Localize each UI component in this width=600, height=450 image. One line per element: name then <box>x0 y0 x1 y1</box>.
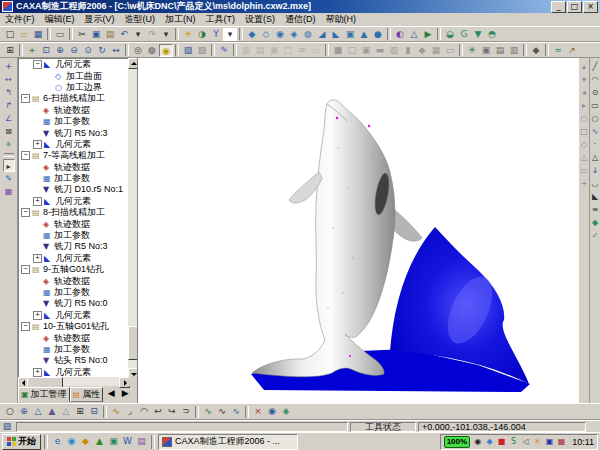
solid-thicken-icon[interactable]: ▮ <box>401 44 415 57</box>
point-tool-icon[interactable]: ○ <box>3 405 17 418</box>
menu-item[interactable]: 帮助(H) <box>321 13 362 26</box>
grid-display-icon[interactable]: ⊠ <box>3 125 15 138</box>
copy-icon[interactable]: ▣ <box>89 28 103 41</box>
trajectory-edit-icon[interactable]: △ <box>407 28 421 41</box>
tree-item[interactable]: −◣几何元素 <box>19 59 128 70</box>
tree-item[interactable]: ◈轨迹数据 <box>19 162 128 173</box>
tree-item[interactable]: −▤10-五轴G01钻孔 <box>19 321 128 332</box>
taskbar-caxa-button[interactable]: CAXA制造工程师2006 - ... <box>158 434 298 450</box>
tree-item[interactable]: ◇加工曲面 <box>19 70 128 81</box>
minimize-button[interactable]: _ <box>551 1 566 13</box>
menu-item[interactable]: 加工(N) <box>160 13 201 26</box>
trajectory-generate-icon[interactable]: ◐ <box>393 28 407 41</box>
properties-panel-icon[interactable]: ▦ <box>3 185 15 198</box>
redo-step-icon[interactable]: ↱ <box>3 99 15 112</box>
antivirus-icon[interactable]: ■ <box>496 436 507 448</box>
extrude-add-icon[interactable]: ◆ <box>245 28 259 41</box>
grid-tool-icon[interactable]: ⊞ <box>73 405 87 418</box>
line-draw-icon[interactable]: ╱ <box>589 60 600 73</box>
menu-item[interactable]: 造型(U) <box>120 13 161 26</box>
tree-item[interactable]: ▦加工参数 <box>19 344 128 355</box>
collapse-toggle[interactable]: − <box>21 208 30 217</box>
pick-filter-icon[interactable]: Y <box>209 28 223 41</box>
panel-tab-machining-manager[interactable]: ▣加工管理 <box>18 387 70 402</box>
expand-toggle[interactable]: + <box>33 140 42 149</box>
tree-item[interactable]: ▦加工参数 <box>19 116 128 127</box>
redo-icon[interactable]: ↷ <box>145 28 159 41</box>
wave-curve-2-icon[interactable]: ∿ <box>215 405 229 418</box>
circle-draw-icon[interactable]: ⊙ <box>589 86 600 99</box>
image-tool-icon[interactable]: ▤ <box>135 435 148 448</box>
tree-item[interactable]: +◣几何元素 <box>19 367 128 377</box>
layer-settings-icon[interactable]: ▨ <box>195 44 209 57</box>
display-wireframe-icon[interactable]: ◎ <box>131 44 145 57</box>
tree-item[interactable]: ▦加工参数 <box>19 230 128 241</box>
update-icon[interactable]: ✳ <box>532 436 543 448</box>
tree-item[interactable]: +◣几何元素 <box>19 139 128 150</box>
zoom-fit-icon[interactable]: ⊙ <box>81 44 95 57</box>
curve-arc-icon[interactable]: ◠ <box>137 405 151 418</box>
volume-icon[interactable]: ◉ <box>472 436 483 448</box>
tab-scroll-right-icon[interactable]: ▶ <box>118 387 132 400</box>
messenger-icon[interactable]: S <box>508 436 519 448</box>
tree-item[interactable]: −▤8-扫描线精加工 <box>19 207 128 218</box>
ellipse-draw-icon[interactable]: ○ <box>589 112 600 125</box>
solid-intersect-icon[interactable]: ▣ <box>359 44 373 57</box>
revolve-icon[interactable]: ◉ <box>273 28 287 41</box>
ortho-mode-icon[interactable]: ↗ <box>565 44 579 57</box>
chamfer-feature-icon[interactable]: ◣ <box>329 28 343 41</box>
tree-item[interactable]: ▼铣刀 R5 No:3 <box>19 241 128 252</box>
curve-fit-icon[interactable]: ◈ <box>279 405 293 418</box>
open-file-icon[interactable]: ▱ <box>17 28 31 41</box>
panel-tab-properties[interactable]: ▤属性 <box>70 387 104 402</box>
grid-snap-icon[interactable]: ≈ <box>551 44 565 57</box>
paste-icon[interactable]: ▤ <box>103 28 117 41</box>
media-player-icon[interactable]: ▲ <box>93 435 106 448</box>
dolphin-wave-model[interactable] <box>138 58 579 403</box>
chamfer-draw-icon[interactable]: ◣ <box>589 190 600 203</box>
maximize-button[interactable]: □ <box>567 1 582 13</box>
polygon-draw-icon[interactable]: △ <box>589 151 600 164</box>
solid-draft-icon[interactable]: ◆ <box>415 44 429 57</box>
zoom-in-icon[interactable]: ⊕ <box>53 44 67 57</box>
sound-icon[interactable]: ◁ <box>520 436 531 448</box>
expand-toggle[interactable]: + <box>33 368 42 377</box>
collapse-toggle[interactable]: − <box>21 94 30 103</box>
solid-mirror-icon[interactable]: ▭ <box>443 44 457 57</box>
cone-tool-icon[interactable]: △ <box>31 405 45 418</box>
collapse-toggle[interactable]: − <box>33 60 42 69</box>
menu-item[interactable]: 工具(T) <box>201 13 241 26</box>
surface-stitch-icon[interactable]: ≡ <box>295 44 309 57</box>
spline-draw-icon[interactable]: ∿ <box>589 125 600 138</box>
solid-subtract-icon[interactable]: □ <box>345 44 359 57</box>
viewport-3d[interactable] <box>137 58 578 403</box>
projection-draw-icon[interactable]: ↓ <box>589 164 600 177</box>
close-button[interactable]: × <box>583 1 598 13</box>
pan-view-icon[interactable]: + <box>25 44 39 57</box>
wave-curve-1-icon[interactable]: ∿ <box>201 405 215 418</box>
spline-curve-icon[interactable]: ∿ <box>109 405 123 418</box>
ie-icon[interactable]: e <box>51 435 64 448</box>
coordinate-system-icon[interactable]: + <box>3 60 15 73</box>
prism-tool-icon[interactable]: △ <box>59 405 73 418</box>
display-hidden-line-icon[interactable]: ◍ <box>145 44 159 57</box>
point-draw-icon[interactable]: · <box>589 138 600 151</box>
save-file-icon[interactable]: ▦ <box>31 28 45 41</box>
solid-array-icon[interactable]: ▦ <box>429 44 443 57</box>
query-distance-icon[interactable]: ↔ <box>3 73 15 86</box>
arc-draw-icon[interactable]: ◠ <box>589 73 600 86</box>
undo-more-icon[interactable]: ▾ <box>131 28 145 41</box>
simulate-check-icon[interactable]: ✳ <box>465 44 479 57</box>
render-flower-icon[interactable]: ✳ <box>3 138 15 151</box>
sweep-icon[interactable]: ◈ <box>287 28 301 41</box>
collapse-toggle[interactable]: − <box>21 322 30 331</box>
tree-vertical-scrollbar[interactable] <box>128 58 137 377</box>
rect-draw-icon[interactable]: ▭ <box>589 99 600 112</box>
panes-toggle-icon[interactable]: ⊞ <box>3 44 17 57</box>
select-arrow-icon[interactable]: ▸ <box>3 159 15 172</box>
tree-item[interactable]: ▦加工参数 <box>19 287 128 298</box>
solid-shell-icon[interactable]: ▥ <box>387 44 401 57</box>
menu-item[interactable]: 编辑(E) <box>40 13 80 26</box>
mesh-surface-icon[interactable]: ⊟ <box>87 405 101 418</box>
render-light-icon[interactable]: ☀ <box>181 28 195 41</box>
